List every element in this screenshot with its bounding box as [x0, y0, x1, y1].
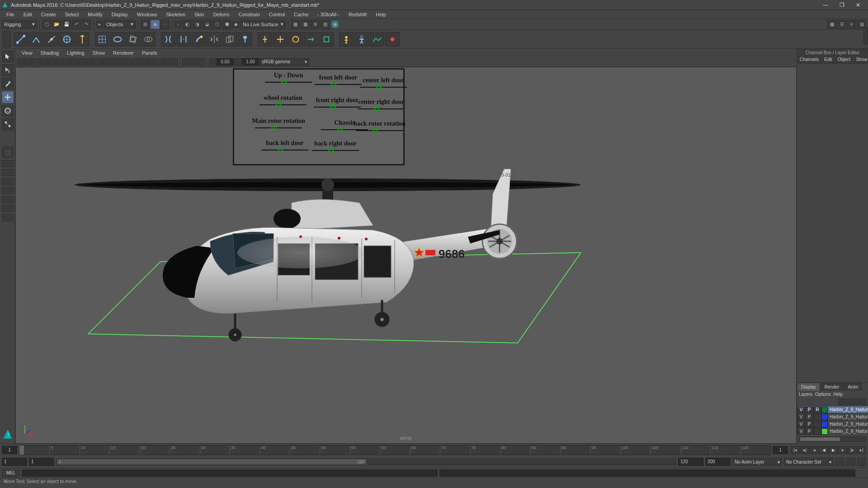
scale-tool-icon[interactable] — [2, 118, 14, 130]
orient-joint-icon[interactable] — [75, 32, 90, 47]
detach-skin-icon[interactable] — [176, 32, 191, 47]
layout-single-icon[interactable] — [2, 160, 14, 167]
range-track[interactable]: 1120 — [56, 458, 676, 465]
layer-move-down-icon[interactable] — [845, 399, 852, 405]
layer-color-swatch[interactable] — [821, 414, 828, 420]
live-surface-dropdown[interactable]: No Live Surface▾ — [241, 20, 286, 28]
paint-weights-icon[interactable] — [192, 32, 206, 47]
layer-row[interactable]: VPHarbin_Z_9_Haitun_Cc — [797, 427, 868, 435]
vp-film-gate-icon[interactable] — [71, 58, 78, 66]
rotate-tool-icon[interactable] — [2, 105, 14, 117]
make-live-icon[interactable]: ◆ — [232, 21, 240, 28]
panel-menu[interactable]: ViewShadingLightingShowRendererPanels — [15, 49, 797, 57]
layer-vis-toggle[interactable]: V — [797, 428, 805, 435]
snap-grid-icon[interactable]: ⊞ — [141, 20, 150, 29]
panel-layout-3-icon[interactable]: ≡ — [847, 20, 856, 29]
range-start-outer[interactable]: 1 — [2, 458, 27, 466]
rig-slider-back-right-door[interactable]: back right door — [308, 140, 363, 151]
snap-curve-icon[interactable]: ◉ — [151, 20, 160, 29]
menu-cache[interactable]: Cache — [290, 11, 312, 18]
undo-icon[interactable]: ↶ — [72, 20, 81, 29]
select-tool-icon[interactable] — [2, 51, 14, 62]
play-back-icon[interactable]: ◀ — [819, 446, 828, 454]
menu-select[interactable]: Select — [61, 11, 83, 18]
channel-tab-edit[interactable]: Edit — [821, 56, 835, 64]
layer-playback-toggle[interactable]: P — [805, 414, 813, 420]
move-tool-icon[interactable] — [2, 91, 14, 103]
go-end-icon[interactable]: ▸| — [857, 446, 866, 454]
vp-shaded-icon[interactable] — [125, 58, 132, 66]
vp-cam-lock-icon[interactable] — [25, 58, 32, 66]
vp-isolate-icon[interactable] — [182, 58, 189, 66]
layout-outliner-icon[interactable] — [2, 196, 14, 203]
time-current-left[interactable]: 1 — [2, 446, 17, 454]
layer-ref-toggle[interactable]: R — [813, 407, 821, 413]
vp-exposure-icon[interactable] — [209, 58, 216, 66]
layer-tab-display[interactable]: Display — [797, 383, 820, 391]
sym-obj-icon[interactable]: ⬡ — [212, 20, 222, 29]
rig-slider-back-left-door[interactable]: back left door — [258, 140, 312, 150]
layer-row[interactable]: VPHarbin_Z_9_Haitun_He — [797, 413, 868, 420]
character-set-dropdown[interactable]: No Character Set▾ — [784, 458, 834, 466]
range-end-inner[interactable]: 120 — [678, 458, 703, 466]
minimize-button[interactable]: — — [817, 0, 834, 9]
vp-colorspace-dropdown[interactable]: sRGB gamma▾ — [259, 58, 309, 66]
vp-lights-icon[interactable] — [140, 58, 147, 66]
step-back-icon[interactable]: ◂ — [810, 446, 819, 454]
vp-gamma-icon[interactable] — [234, 58, 241, 66]
menu-file[interactable]: File — [3, 11, 18, 18]
menu-skeleton[interactable]: Skeleton — [162, 11, 189, 18]
panel-menu-panels[interactable]: Panels — [138, 50, 161, 56]
panel-layout-2-icon[interactable]: ☰ — [837, 20, 846, 29]
script-editor-icon[interactable] — [857, 469, 866, 477]
sym-off-icon[interactable]: ◦ — [175, 21, 182, 28]
close-button[interactable]: ✕ — [850, 0, 866, 9]
cluster-icon[interactable] — [110, 32, 125, 47]
panel-menu-view[interactable]: View — [18, 50, 36, 56]
menu-constrain[interactable]: Constrain — [235, 11, 264, 18]
rig-slider-main-rotor-rotation[interactable]: Main rotor rotation — [251, 117, 306, 128]
layer-new-selected-icon[interactable] — [860, 399, 866, 405]
hammer-weights-icon[interactable] — [238, 32, 252, 47]
layout-four-icon[interactable] — [2, 169, 14, 176]
layer-color-swatch[interactable] — [821, 407, 828, 413]
menu-edit[interactable]: Edit — [20, 11, 36, 18]
layer-row[interactable]: VPHarbin_Z_9_Haitun_Ri — [797, 420, 868, 427]
prev-key-icon[interactable]: ◂| — [800, 446, 809, 454]
human-ik-icon[interactable] — [354, 32, 369, 47]
layer-menu-options[interactable]: Options — [815, 392, 830, 397]
snap-point-icon[interactable]: ⋯ — [160, 20, 170, 29]
rig-slider-up-down[interactable]: Up - Down — [261, 72, 316, 83]
layout-two-v-icon[interactable] — [2, 187, 14, 194]
vp-xray-icon[interactable] — [190, 58, 197, 66]
rig-slider-center-right-door[interactable]: center right door — [354, 99, 408, 109]
layout-persp-icon[interactable] — [2, 205, 14, 212]
ik-handle-icon[interactable] — [29, 32, 43, 47]
layer-ref-toggle[interactable] — [813, 414, 821, 420]
hypershade-icon[interactable]: ◉ — [330, 20, 340, 29]
menu-deform[interactable]: Deform — [210, 11, 233, 18]
time-track[interactable]: 1510152025303540455055606570758085909510… — [19, 445, 771, 455]
panel-menu-show[interactable]: Show — [89, 50, 109, 56]
menu-create[interactable]: Create — [38, 11, 60, 18]
menu-windows[interactable]: Windows — [133, 11, 161, 18]
layer-row[interactable]: VPRHarbin_Z_9_Haitun_Cc — [797, 406, 868, 413]
render-ipr-icon[interactable]: ▩ — [301, 20, 310, 29]
panel-menu-shading[interactable]: Shading — [37, 50, 62, 56]
vp-xray-joints-icon[interactable] — [198, 58, 205, 66]
anim-layer-dropdown[interactable]: No Anim Layer▾ — [732, 458, 782, 466]
viewport[interactable]: Up - Downfront left doorcenter left door… — [15, 67, 797, 444]
mirror-weights-icon[interactable] — [207, 32, 222, 47]
next-key-icon[interactable]: |▸ — [848, 446, 857, 454]
helicopter-model[interactable]: Z9-9186 — [47, 158, 581, 352]
shelf-toggle[interactable] — [863, 27, 868, 44]
open-scene-icon[interactable]: 📂 — [52, 20, 61, 29]
range-end-outer[interactable]: 200 — [705, 458, 731, 466]
anim-graph-icon[interactable] — [370, 32, 384, 47]
aim-constraint-icon[interactable] — [304, 32, 318, 47]
scale-constraint-icon[interactable] — [319, 32, 334, 47]
vp-wireframe-icon[interactable] — [117, 58, 124, 66]
vp-cam-select-icon[interactable] — [17, 58, 24, 66]
menu-skin[interactable]: Skin — [191, 11, 208, 18]
menu-display[interactable]: Display — [108, 11, 132, 18]
